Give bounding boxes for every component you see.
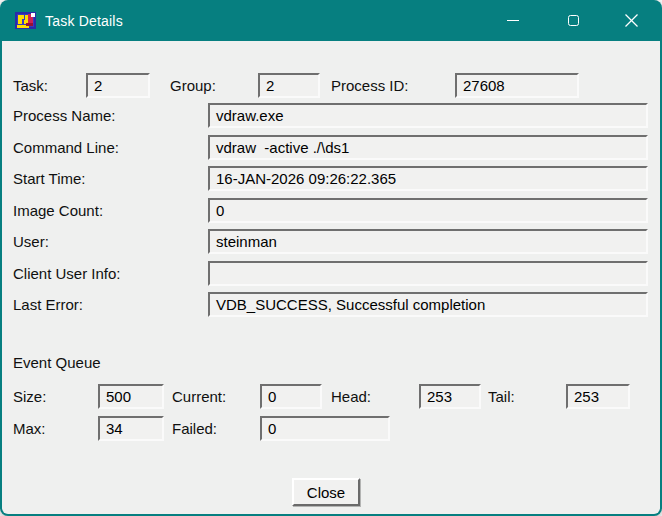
last-error-field[interactable]: VDB_SUCCESS, Successful completion	[208, 292, 648, 317]
dialog-body: Task: 2 Group: 2 Process ID: 27608 Proce…	[2, 41, 660, 514]
close-window-button[interactable]	[608, 0, 654, 41]
head-label: Head:	[331, 384, 371, 409]
failed-label: Failed:	[172, 416, 217, 441]
app-icon	[14, 10, 37, 31]
current-field[interactable]: 0	[260, 384, 322, 409]
task-field[interactable]: 2	[86, 73, 150, 98]
user-label: User:	[13, 229, 49, 254]
task-label: Task:	[13, 73, 48, 98]
start-time-field[interactable]: 16-JAN-2026 09:26:22.365	[208, 166, 648, 191]
minimize-icon	[507, 20, 519, 21]
max-label: Max:	[13, 416, 46, 441]
maximize-icon	[568, 15, 579, 26]
titlebar: Task Details	[0, 0, 662, 41]
tail-field[interactable]: 253	[566, 384, 630, 409]
close-button[interactable]: Close	[292, 478, 360, 506]
window-title: Task Details	[45, 13, 123, 29]
max-field[interactable]: 34	[98, 416, 164, 441]
failed-field[interactable]: 0	[260, 416, 390, 441]
start-time-label: Start Time:	[13, 166, 86, 191]
client-user-info-label: Client User Info:	[13, 261, 121, 286]
process-id-field[interactable]: 27608	[455, 73, 579, 98]
group-label: Group:	[170, 73, 216, 98]
last-error-label: Last Error:	[13, 292, 83, 317]
image-count-label: Image Count:	[13, 198, 103, 223]
user-field[interactable]: steinman	[208, 229, 648, 254]
current-label: Current:	[172, 384, 226, 409]
close-icon	[625, 14, 638, 27]
size-field[interactable]: 500	[98, 384, 164, 409]
head-field[interactable]: 253	[419, 384, 481, 409]
maximize-button[interactable]	[550, 0, 596, 41]
tail-label: Tail:	[488, 384, 515, 409]
image-count-field[interactable]: 0	[208, 198, 648, 223]
command-line-field[interactable]: vdraw -active ./\ds1	[208, 135, 648, 160]
task-details-window: Task Details Task: 2 Group: 2 Process ID…	[0, 0, 662, 516]
process-id-label: Process ID:	[331, 73, 409, 98]
minimize-button[interactable]	[490, 0, 536, 41]
event-queue-heading: Event Queue	[13, 352, 101, 374]
client-user-info-field[interactable]	[208, 261, 648, 286]
process-name-field[interactable]: vdraw.exe	[208, 103, 648, 128]
command-line-label: Command Line:	[13, 135, 119, 160]
size-label: Size:	[13, 384, 46, 409]
process-name-label: Process Name:	[13, 103, 116, 128]
group-field[interactable]: 2	[258, 73, 320, 98]
